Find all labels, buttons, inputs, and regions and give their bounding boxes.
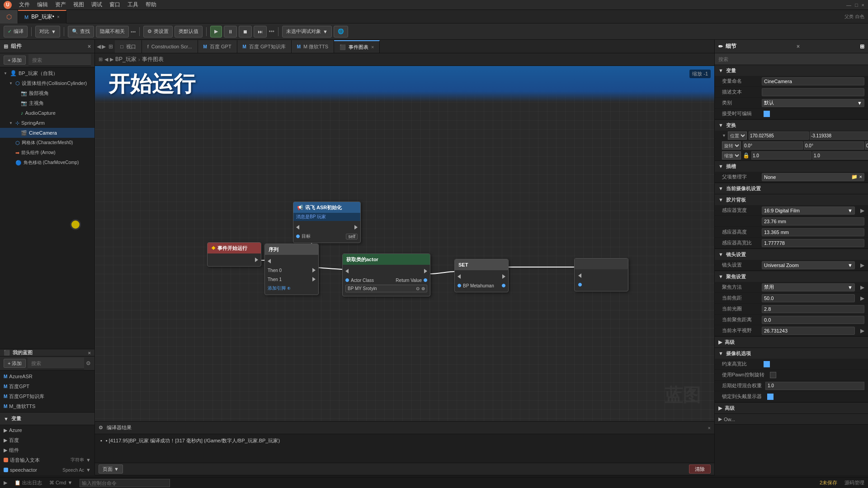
aperture-input[interactable]: 2.8 — [762, 305, 864, 313]
focus-dist-input[interactable]: 0.0 — [762, 316, 864, 324]
tree-item-root[interactable]: ▼ 👤 BP_玩家（自我） — [0, 68, 94, 78]
focal-len-input[interactable]: 50.0 — [762, 294, 855, 302]
tab-viewport[interactable]: □ 视口 — [115, 40, 142, 53]
more-btn[interactable]: ••• — [131, 29, 136, 34]
camera-section-toggle[interactable]: ▼ 当前摄像机设置 — [715, 183, 868, 194]
expand-right-1[interactable]: ▶ — [860, 207, 864, 214]
seq-exec-in-pin[interactable] — [268, 259, 271, 263]
set-exec-out-pin[interactable] — [502, 274, 505, 279]
asr-exec-out-pin[interactable] — [354, 225, 358, 230]
tab-event-graph-close[interactable]: × — [371, 44, 374, 50]
canvas-forward[interactable]: ▶ — [102, 43, 106, 50]
blueprint-baidu-knowledge[interactable]: M 百度GPT知识库 — [0, 391, 94, 401]
menu-help[interactable]: 帮助 — [146, 1, 156, 9]
focus-method-select[interactable]: 禁用 ▼ — [762, 283, 855, 291]
stop-btn[interactable]: ⏹ — [239, 26, 252, 38]
menu-file[interactable]: 文件 — [19, 1, 30, 9]
set-node[interactable]: SET BP Metahuman — [454, 259, 509, 292]
window-close[interactable]: × — [862, 2, 864, 8]
return-value-dot[interactable] — [424, 278, 427, 282]
class-defaults-btn[interactable]: 类默认值 — [175, 26, 203, 38]
blend-input[interactable] — [765, 382, 864, 390]
globe-btn[interactable]: 🌐 — [334, 26, 348, 38]
blueprint-ms-tts[interactable]: M M_微软TTS — [0, 401, 94, 411]
canvas-area[interactable]: 开始运行 ❖ 事件开始运行 — [95, 66, 714, 421]
menu-asset[interactable]: 资产 — [55, 1, 66, 9]
var-expand-5[interactable]: ▼ — [86, 467, 91, 473]
expand-right-5[interactable]: ▶ — [860, 328, 864, 334]
var-baidu[interactable]: ▶ 百度 — [0, 435, 94, 445]
unsaved-indicator[interactable]: 2未保存 — [820, 479, 837, 486]
details-search[interactable] — [715, 53, 868, 65]
sensor-w-input[interactable]: 23.76 mm — [762, 217, 864, 225]
var-speech-actor[interactable]: speechactor Speech Ac ▼ — [0, 465, 94, 475]
class-settings-btn[interactable]: ⚙ 类设置 — [143, 26, 173, 38]
add-pin-btn[interactable]: 添加引脚 ⊕ — [268, 285, 291, 291]
pos-y[interactable] — [810, 131, 868, 140]
next-exec-in[interactable] — [578, 273, 581, 278]
actor-class-dot[interactable] — [345, 278, 349, 282]
tree-item-main-view[interactable]: 📷 主视角 — [0, 98, 94, 108]
use-pawn-checkbox[interactable] — [770, 372, 776, 378]
var-category-select[interactable]: 默认 ▼ — [762, 99, 864, 107]
nav-back[interactable]: ◀ — [104, 56, 108, 62]
lens-section-toggle[interactable]: ▼ 镜头设置 — [715, 249, 868, 260]
tab-parent-c[interactable]: 白色 — [855, 14, 864, 20]
pos-x[interactable] — [749, 131, 809, 140]
bp-meta-in-dot[interactable] — [458, 284, 461, 287]
clear-btn[interactable]: 清除 — [689, 465, 711, 474]
var-component[interactable]: ▶ 组件 — [0, 445, 94, 455]
pagination-dropdown[interactable]: 页面 ▼ — [99, 465, 123, 474]
exec-out-pin[interactable] — [255, 258, 258, 262]
tab-ms-tts[interactable]: M M 微软TTS — [292, 40, 334, 53]
socket-section-toggle[interactable]: ▼ 插槽 — [715, 161, 868, 172]
asr-exec-in-pin[interactable] — [296, 225, 299, 230]
var-expand-4[interactable]: ▼ — [86, 457, 91, 463]
tree-item-cine-camera[interactable]: 🎬 CineCamera — [0, 128, 94, 138]
tree-item-collision[interactable]: ▼ ⬡ 设置体组件(CollisionCylinder) — [0, 78, 94, 88]
blueprint-baidu-gpt[interactable]: M 百度GPT — [0, 381, 94, 391]
tab-home[interactable]: ⬡ — [0, 10, 18, 23]
add-blueprint-btn[interactable]: + 添加 — [4, 359, 26, 368]
tab-baidu-gpt[interactable]: M 百度 GPT — [198, 40, 237, 53]
position-type-select[interactable]: 位置 — [728, 131, 747, 140]
then0-pin[interactable] — [312, 268, 316, 272]
constrain-ar-checkbox[interactable] — [764, 361, 770, 367]
expand-right-2[interactable]: ▶ — [860, 262, 864, 268]
filmback-section-toggle[interactable]: ▼ 胶片背板 — [715, 194, 868, 205]
menu-view[interactable]: 视图 — [73, 1, 84, 9]
lock-hud-checkbox[interactable] — [767, 394, 774, 400]
scale-type-select[interactable]: 缩放 — [722, 151, 741, 160]
get-actor-exec-in-pin[interactable] — [345, 269, 349, 273]
advanced-section-2-toggle[interactable]: ▶ 高级 — [715, 403, 868, 413]
scale-y[interactable] — [812, 151, 868, 160]
source-control[interactable]: 源码管理 — [844, 479, 864, 486]
breadcrumb-event-graph[interactable]: 事件图表 — [142, 56, 164, 63]
then1-pin[interactable] — [312, 277, 316, 282]
menu-edit[interactable]: 编辑 — [37, 1, 48, 9]
focus-section-toggle[interactable]: ▼ 聚焦设置 — [715, 271, 868, 282]
sequence-node[interactable]: 序列 Then 0 Then 1 — [264, 244, 319, 295]
rot-y[interactable] — [804, 141, 864, 150]
var-azure[interactable]: ▶ Azure — [0, 425, 94, 435]
lens-setting-select[interactable]: Universal Zoom ▼ — [762, 261, 855, 269]
compare-btn[interactable]: 对比 ▼ — [35, 26, 60, 38]
lock-icon[interactable]: 🔒 — [743, 152, 750, 159]
compile-btn[interactable]: ✓ 编译 — [4, 26, 28, 38]
expand-right-3[interactable]: ▶ — [860, 284, 864, 291]
bp-meta-out-dot[interactable] — [502, 284, 505, 287]
window-maximize[interactable]: □ — [855, 2, 858, 8]
tree-item-audio-capture[interactable]: ♪ AudioCapture — [0, 108, 94, 118]
menu-tools[interactable]: 工具 — [127, 1, 138, 9]
rot-x[interactable] — [743, 141, 803, 150]
blueprint-settings-icon[interactable]: ⚙ — [86, 360, 91, 366]
console-input[interactable] — [80, 479, 170, 487]
rot-z[interactable] — [865, 141, 868, 150]
h-fov-input[interactable]: 26.731243 — [762, 327, 855, 335]
menu-window[interactable]: 窗口 — [109, 1, 120, 9]
camera-options-toggle[interactable]: ▼ 摄像机选项 — [715, 348, 868, 359]
hide-unrelated-btn[interactable]: 隐藏不相关 — [96, 26, 129, 38]
var-name-input[interactable]: CineCamera — [762, 77, 864, 85]
next-blue-dot[interactable] — [578, 283, 582, 286]
scale-x[interactable] — [751, 151, 811, 160]
